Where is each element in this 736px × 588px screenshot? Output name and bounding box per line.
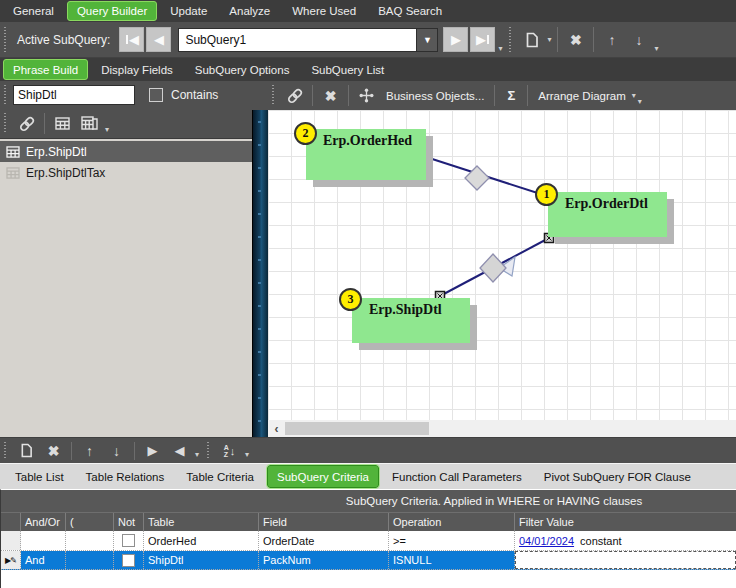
andor-cell[interactable]: And: [21, 551, 66, 569]
toolbar-grip[interactable]: [206, 442, 211, 460]
row-selector-cell[interactable]: ▶✎: [1, 551, 21, 569]
previous-subquery-button[interactable]: ◀: [146, 27, 171, 52]
tab-subquery-criteria[interactable]: SubQuery Criteria: [267, 465, 379, 488]
overflow-caret-icon[interactable]: ▾: [105, 125, 109, 134]
toolbar-grip[interactable]: [3, 85, 8, 105]
list-item[interactable]: Erp.ShipDtlTax: [0, 162, 252, 183]
move-row-down-button[interactable]: ↓: [104, 438, 129, 463]
not-cell[interactable]: [114, 551, 144, 569]
paren-cell[interactable]: [66, 551, 114, 569]
add-table-button[interactable]: [50, 111, 75, 136]
contains-checkbox[interactable]: [149, 88, 163, 102]
move-up-button[interactable]: ↑: [599, 27, 624, 52]
table-node-label: Erp.OrderHed: [306, 129, 426, 149]
business-objects-button[interactable]: [354, 83, 379, 108]
operation-cell[interactable]: ISNULL: [389, 551, 515, 569]
tab-table-criteria[interactable]: Table Criteria: [175, 464, 265, 489]
andor-cell[interactable]: [21, 531, 66, 550]
table-row[interactable]: ▶✎ And ShipDtl PackNum ISNULL: [1, 551, 736, 570]
tab-general[interactable]: General: [2, 0, 65, 22]
not-checkbox[interactable]: [122, 554, 135, 567]
new-dropdown-caret-icon[interactable]: ▾: [547, 35, 551, 44]
paren-cell[interactable]: [66, 531, 114, 550]
scroll-left-icon[interactable]: ‹: [268, 420, 285, 437]
table-node-orderhed[interactable]: Erp.OrderHed: [306, 129, 426, 180]
table-cell[interactable]: ShipDtl: [144, 551, 259, 569]
tab-pivot-subquery-for-clause[interactable]: Pivot SubQuery FOR Clause: [533, 464, 702, 489]
overflow-caret-icon[interactable]: ▾: [245, 450, 249, 459]
sort-button[interactable]: AZ ↓: [217, 438, 242, 463]
tab-display-fields[interactable]: Display Fields: [90, 58, 184, 81]
diagram-horizontal-scrollbar[interactable]: ‹: [268, 420, 736, 437]
subquery-combobox[interactable]: SubQuery1 ▼: [178, 28, 438, 52]
toolbar-grip[interactable]: [3, 27, 8, 52]
table-row[interactable]: OrderHed OrderDate >= 04/01/2024 constan…: [1, 531, 736, 551]
scrollbar-thumb[interactable]: [285, 422, 429, 435]
column-header-not[interactable]: Not: [114, 513, 144, 531]
tab-subquery-list[interactable]: SubQuery List: [300, 58, 395, 81]
relation-diagram-canvas[interactable]: Erp.OrderHed Erp.OrderDtl Erp.ShipDtl 2 …: [268, 110, 736, 420]
tab-function-call-parameters[interactable]: Function Call Parameters: [381, 464, 533, 489]
tab-analyze[interactable]: Analyze: [218, 0, 281, 22]
link-tables-button[interactable]: [282, 83, 307, 108]
indent-right-button[interactable]: ▶: [140, 438, 165, 463]
tab-subquery-options[interactable]: SubQuery Options: [184, 58, 301, 81]
table-cell[interactable]: OrderHed: [144, 531, 259, 550]
toolbar-grip[interactable]: [508, 27, 513, 52]
tab-query-builder[interactable]: Query Builder: [67, 1, 157, 21]
panel-splitter[interactable]: [252, 81, 268, 437]
row-selector-cell[interactable]: [1, 531, 21, 550]
toolbar-grip[interactable]: [271, 85, 276, 105]
arrow-down-icon: ↓: [113, 443, 120, 459]
tab-table-relations[interactable]: Table Relations: [75, 464, 176, 489]
sigma-summation-button[interactable]: Σ: [507, 88, 515, 103]
operation-cell[interactable]: >=: [389, 531, 515, 550]
toolbar-grip[interactable]: [3, 113, 8, 133]
add-subquery-table-button[interactable]: [77, 111, 102, 136]
field-cell[interactable]: OrderDate: [259, 531, 389, 550]
column-header-paren[interactable]: (: [66, 513, 114, 531]
first-subquery-button[interactable]: ◀: [119, 27, 144, 52]
column-header-table[interactable]: Table: [144, 513, 259, 531]
new-criteria-button[interactable]: [14, 438, 39, 463]
move-down-button[interactable]: ↓: [626, 27, 651, 52]
tab-where-used[interactable]: Where Used: [281, 0, 367, 22]
overflow-caret-icon[interactable]: ▾: [638, 97, 642, 106]
filter-value-cell[interactable]: 04/01/2024 constant: [515, 531, 736, 550]
table-node-orderdtl[interactable]: Erp.OrderDtl: [548, 192, 667, 237]
arrange-dropdown-caret-icon[interactable]: ▾: [632, 91, 636, 100]
combobox-dropdown-icon[interactable]: ▼: [416, 29, 437, 51]
overflow-caret-icon[interactable]: ▾: [195, 450, 199, 459]
business-objects-label[interactable]: Business Objects...: [386, 90, 484, 102]
not-checkbox[interactable]: [122, 534, 135, 547]
next-subquery-button[interactable]: ▶: [443, 27, 468, 52]
move-row-up-button[interactable]: ↑: [77, 438, 102, 463]
arrange-diagram-button[interactable]: Arrange Diagram: [538, 90, 626, 102]
tab-table-list[interactable]: Table List: [4, 464, 75, 489]
list-item[interactable]: Erp.ShipDtl: [0, 141, 252, 162]
last-subquery-button[interactable]: ▶: [470, 27, 495, 52]
tab-update[interactable]: Update: [159, 0, 218, 22]
toolbar-grip[interactable]: [3, 442, 8, 460]
link-table-button[interactable]: [14, 111, 39, 136]
column-header-filter-value[interactable]: Filter Value: [515, 513, 736, 531]
delete-node-button[interactable]: ✖: [318, 83, 343, 108]
tab-phrase-build[interactable]: Phrase Build: [3, 59, 88, 80]
table-node-shipdtl[interactable]: Erp.ShipDtl: [352, 298, 470, 343]
overflow-caret-icon[interactable]: ▾: [654, 44, 658, 53]
tab-baq-search[interactable]: BAQ Search: [367, 0, 453, 22]
sequence-badge: 3: [339, 288, 362, 311]
field-cell[interactable]: PackNum: [259, 551, 389, 569]
column-header-andor[interactable]: And/Or: [21, 513, 66, 531]
filter-value-link[interactable]: 04/01/2024: [519, 535, 574, 547]
delete-criteria-button[interactable]: ✖: [41, 438, 66, 463]
column-header-operation[interactable]: Operation: [389, 513, 515, 531]
not-cell[interactable]: [114, 531, 144, 550]
overflow-caret-icon[interactable]: ▾: [498, 44, 502, 53]
delete-subquery-button[interactable]: ✖: [563, 27, 588, 52]
table-search-input[interactable]: [13, 85, 135, 105]
new-subquery-button[interactable]: [519, 27, 544, 52]
column-header-field[interactable]: Field: [259, 513, 389, 531]
filter-value-edit-cell[interactable]: [515, 551, 736, 569]
indent-left-button[interactable]: ◀: [167, 438, 192, 463]
